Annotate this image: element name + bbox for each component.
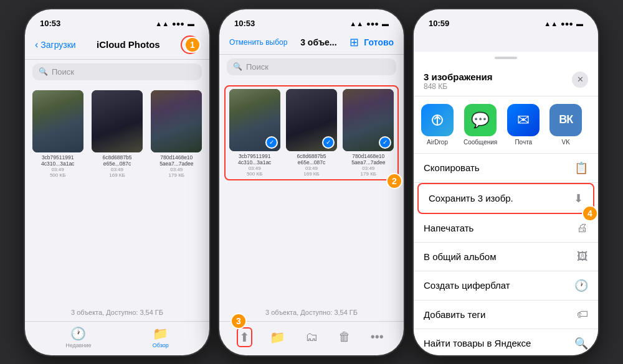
phone-2: 10:53 ▲▲ ●●● ▬ Отменить выбор 3 объе... … [218,8,405,357]
photo-thumb-s0[interactable]: ✓ [229,89,280,151]
recent-icon: 🕐 [70,326,86,341]
time-2: 10:53 [234,19,255,28]
chevron-icon: ‹ [35,39,38,50]
photo-meta-s0: 3cb795119914c310...3a1ac 03:49 500 КБ [238,153,271,177]
search-input-1[interactable]: 🔍 Поиск [32,63,202,80]
filename-0: 3cb795119914c310...3a1ac [41,154,74,167]
search-icon-2: 🔍 [233,62,242,71]
search-placeholder-1: Поиск [52,67,74,77]
vk-label: VK [562,139,570,146]
photo-thumb-s1[interactable]: ✓ [286,89,337,151]
checkmark-0: ✓ [265,136,278,149]
photo-meta-2: 780d1468e105aea7...7adee 03:49 179 КБ [159,154,193,178]
wifi-icon: ▲▲ [155,20,169,27]
list-item[interactable]: 3cb795119914c310...3a1ac 03:49 500 КБ [30,90,85,178]
overview-icon: 📁 [153,326,168,341]
filename-1: 6c8d6887b5e65e...087c [103,154,132,167]
bottom-tab-more[interactable]: ••• [371,330,384,344]
photo-time-0: 03:49 [41,167,74,172]
step-3: 3 [231,313,247,329]
filename-s2: 780d1468e105aea7...7adee [351,153,385,166]
photo-thumb-2[interactable] [151,90,202,152]
list-item[interactable]: 780d1468e105aea7...7adee 03:49 179 КБ [149,90,204,178]
wifi-icon-3: ▲▲ [544,20,558,27]
filename-s0: 3cb795119914c310...3a1ac [238,153,271,166]
list-item[interactable]: ✓ 6c8d6887b5e65e...087c 03:49 169 КБ [285,89,338,177]
content-2: 2 ✓ 3cb795119914c310...3a1ac 03:49 500 К… [219,80,404,304]
photo-time-1: 03:49 [103,167,132,172]
search-icon-1: 🔍 [39,67,48,76]
app-icon-vk[interactable]: ВК VK [549,104,582,146]
bottom-tab-overview[interactable]: 📁 Обзор [153,326,169,348]
action-yandex[interactable]: Найти товары в Яндексе 🔍 [414,329,598,355]
folder-icon: 📁 [270,330,285,345]
photo-thumb-1[interactable] [92,90,143,152]
status-icons-2: ▲▲ ●●● ▬ [350,20,389,27]
status-text-2: 3 объекта, Доступно: 3,54 ГБ [219,304,404,321]
share-button[interactable]: ⬆ [239,330,250,345]
share-title: 3 изображения [424,72,493,82]
share-icon: ⬆ [239,330,250,345]
wifi-icon-2: ▲▲ [350,20,363,27]
photo-meta-s1: 6c8d6887b5e65e...087c 03:49 169 КБ [297,153,326,177]
app-icon-airdrop[interactable]: AirDrop [421,104,454,146]
nav-title-1: iCloud Photos [97,39,160,50]
step-4: 4 [582,205,598,222]
tags-icon: 🏷 [577,308,588,321]
bottom-tab-files[interactable]: 🗂 [305,330,318,344]
action-watchface[interactable]: Создать циферблат 🕐 [414,271,598,301]
close-button[interactable]: ✕ [572,72,588,88]
action-save[interactable]: Сохранить 3 изобр. ⬇ [417,183,594,214]
done-button[interactable]: Готово [364,37,394,47]
content-1: 3cb795119914c310...3a1ac 03:49 500 КБ 6c… [25,85,209,304]
share-size: 848 КБ [424,82,493,91]
back-button-1[interactable]: ‹ Загрузки [35,39,76,50]
action-shared-album[interactable]: В общий альбом 🖼 [414,243,598,271]
list-item[interactable]: ✓ 780d1468e105aea7...7adee 03:49 179 КБ [342,89,395,177]
grid-icon[interactable]: ⊞ [350,35,359,49]
signal-icon-3: ●●● [561,20,573,27]
search-input-2[interactable]: 🔍 Поиск [227,58,396,75]
checkmark-1: ✓ [322,136,335,149]
signal-icon-2: ●●● [366,20,379,27]
status-bar-3: 10:59 ▲▲ ●●● ▬ [414,9,598,33]
trash-icon: 🗑 [338,330,351,344]
action-print[interactable]: Напечатать 🖨 [414,214,598,243]
photo-size-s1: 169 КБ [297,171,326,177]
checkmark-2: ✓ [379,136,391,149]
back-label-1[interactable]: Загрузки [40,40,75,50]
status-bar-2: 10:53 ▲▲ ●●● ▬ [219,9,404,33]
signal-icon: ●●● [172,20,184,27]
action-copy[interactable]: Скопировать 📋 [414,154,598,183]
airdrop-label: AirDrop [427,139,448,146]
share-actions: Скопировать 📋 4 Сохранить 3 изобр. ⬇ Нап… [414,154,598,355]
phone-3: 10:59 ▲▲ ●●● ▬ 3 изображения 848 КБ ✕ [412,8,599,357]
photo-thumb-s2[interactable]: ✓ [343,89,394,151]
handle-bar [495,57,517,59]
tags-label: Добавить теги [424,309,485,320]
cancel-button[interactable]: Отменить выбор [229,38,287,47]
share-sheet: 3 изображения 848 КБ ✕ AirDrop [414,52,598,355]
photo-time-s1: 03:49 [297,166,326,171]
airdrop-icon [421,104,454,136]
photo-meta-1: 6c8d6887b5e65e...087c 03:49 169 КБ [103,154,132,178]
photo-grid-1: 3cb795119914c310...3a1ac 03:49 500 КБ 6c… [30,90,204,178]
bottom-tab-folder[interactable]: 📁 [270,330,285,345]
overview-label: Обзор [153,342,169,348]
list-item[interactable]: 6c8d6887b5e65e...087c 03:49 169 КБ [89,90,145,178]
app-icon-mail[interactable]: ✉ Почта [507,104,540,146]
list-item[interactable]: ✓ 3cb795119914c310...3a1ac 03:49 500 КБ [228,89,281,177]
search-bar-1: 🔍 Поиск [25,60,209,85]
photo-size-s2: 179 КБ [351,171,385,177]
photo-thumb-0[interactable] [32,90,83,152]
photo-time-s2: 03:49 [351,166,385,171]
bottom-tab-recent[interactable]: 🕐 Недавние [65,326,91,348]
yandex-label: Найти товары в Яндексе [424,338,531,348]
action-tags[interactable]: Добавить теги 🏷 [414,301,598,329]
status-text-1: 3 объекта, Доступно: 3,54 ГБ [25,304,209,321]
vk-icon: ВК [549,104,582,136]
app-icon-messages[interactable]: 💬 Сообщения [464,104,497,146]
bottom-tab-trash[interactable]: 🗑 [338,330,351,344]
battery-icon-3: ▬ [576,20,583,27]
nav-bar-1: ‹ Загрузки iCloud Photos ••• [25,33,209,60]
